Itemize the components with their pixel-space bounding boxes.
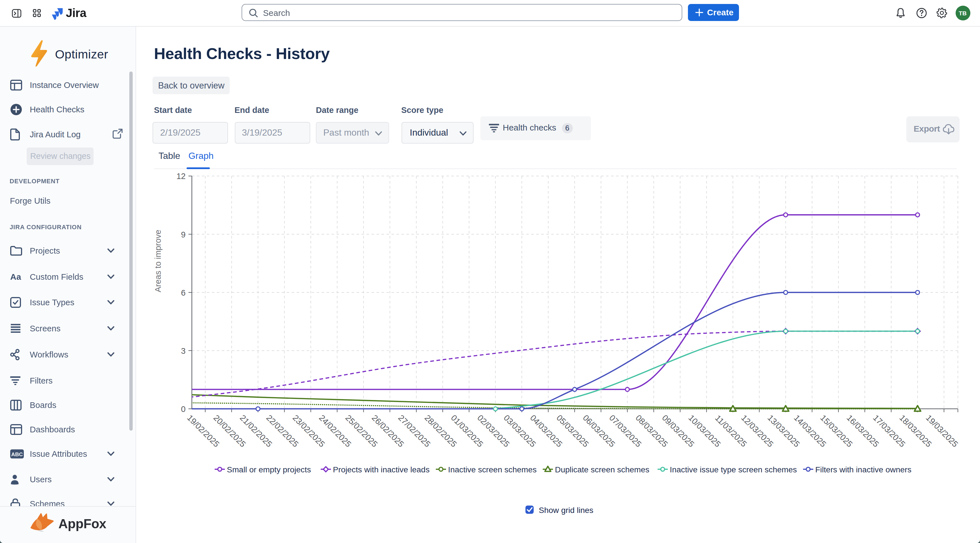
svg-text:Projects with inactive leads: Projects with inactive leads <box>333 465 430 474</box>
svg-text:Inactive screen schemes: Inactive screen schemes <box>448 465 536 474</box>
svg-text:Inactive issue type screen sch: Inactive issue type screen schemes <box>670 465 797 474</box>
svg-text:Areas to improve: Areas to improve <box>153 230 162 293</box>
svg-text:Duplicate screen schemes: Duplicate screen schemes <box>555 465 649 474</box>
svg-text:12: 12 <box>177 172 185 181</box>
svg-text:9: 9 <box>181 230 185 239</box>
svg-text:Small or empty projects: Small or empty projects <box>227 465 311 474</box>
svg-text:Filters with inactive owners: Filters with inactive owners <box>815 465 912 474</box>
svg-text:3: 3 <box>181 346 185 355</box>
svg-text:Show grid lines: Show grid lines <box>539 506 593 514</box>
svg-text:6: 6 <box>181 288 185 297</box>
svg-text:0: 0 <box>181 404 185 414</box>
